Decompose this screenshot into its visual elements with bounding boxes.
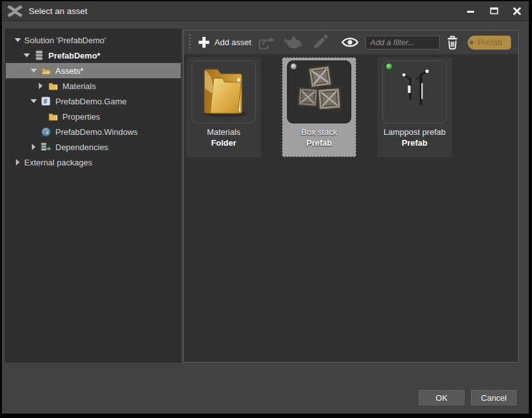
asset-browser-panel: Add asset [183,30,519,363]
ok-button-label: OK [436,393,448,403]
teapot-icon[interactable] [284,35,304,50]
expander-right-icon[interactable] [15,159,21,165]
filter-input[interactable] [365,36,440,50]
tree-item-properties[interactable]: Properties [6,109,181,124]
expander-right-icon[interactable] [38,83,44,89]
asset-name: Materials [207,127,241,137]
xenko-logo-icon [7,4,23,18]
tree-item-label: External packages [24,158,92,167]
box-stack-thumbnail-icon [292,65,347,120]
select-asset-dialog: Select an asset Solution 'PrefabDemo' [0,0,532,418]
tree-item-label: PrefabDemo.Windows [55,127,137,137]
tree-item-package-prefabdemo[interactable]: PrefabDemo* [6,48,181,63]
plus-icon [197,36,211,49]
asset-toolbar: Add asset [184,31,518,54]
expander-spacer [31,129,37,135]
maximize-icon[interactable] [487,4,501,18]
tree-item-prefabdemo-game[interactable]: # PrefabDemo.Game [6,94,181,109]
dialog-title: Select an asset [29,6,87,16]
asset-thumbnail [192,60,256,123]
asset-thumbnail [382,60,447,123]
tree-item-label: PrefabDemo.Game [55,97,127,106]
windows-project-icon [40,127,52,137]
tree-item-prefabdemo-windows[interactable]: PrefabDemo.Windows [6,124,181,139]
tree-item-label: Properties [62,112,100,122]
tree-item-label: Dependencies [55,143,108,152]
trash-icon[interactable] [446,35,459,50]
cancel-button[interactable]: Cancel [471,390,517,405]
pencil-icon[interactable] [311,34,328,51]
expander-down-icon[interactable] [24,52,30,59]
expander-down-icon[interactable] [31,98,37,104]
csharp-project-icon: # [40,96,52,106]
cancel-button-label: Cancel [481,393,507,403]
dependencies-icon [40,142,52,152]
tree-item-label: Materials [62,81,96,91]
asset-type: Prefab [306,138,332,148]
add-asset-button[interactable]: Add asset [195,34,254,50]
ok-button[interactable]: OK [419,390,465,405]
tree-item-label: Assets* [55,66,83,76]
solution-explorer-tree: Solution 'PrefabDemo' PrefabDemo* [5,29,181,363]
expander-spacer [38,113,44,120]
tree-item-solution[interactable]: Solution 'PrefabDemo' [6,32,181,48]
asset-name: Lamppost prefab [384,127,446,137]
titlebar[interactable]: Select an asset [2,1,529,21]
folder-icon [47,81,59,91]
status-dot-icon [386,64,392,69]
tree-item-label: Solution 'PrefabDemo' [24,36,106,45]
open-folder-icon [40,66,52,76]
toolbar-grip-handle[interactable] [189,34,191,51]
expander-down-icon[interactable] [15,37,21,43]
close-icon[interactable] [510,4,524,18]
import-icon[interactable] [258,34,276,51]
eye-icon[interactable] [341,36,359,48]
lamppost-thumbnail-icon [388,65,442,120]
tree-item-dependencies[interactable]: Dependencies [6,139,181,155]
asset-type: Folder [211,138,237,148]
status-dot-icon [291,64,297,69]
folder-thumbnail-icon [195,66,253,119]
expander-right-icon[interactable] [31,144,37,150]
svg-text:#: # [43,98,47,105]
asset-tile-lamppost[interactable]: Lamppost prefab Prefab [377,57,452,157]
asset-name: Box stack [301,127,337,137]
tree-item-assets[interactable]: Assets* [6,63,181,78]
tree-item-materials[interactable]: Materials [6,78,181,94]
add-asset-label: Add asset [214,38,251,47]
expander-down-icon[interactable] [31,67,37,74]
filter-tag-label: Prefab [478,38,502,47]
asset-tile-box-stack[interactable]: Box stack Prefab [282,57,356,157]
asset-thumbnail [287,60,351,123]
minimize-icon[interactable] [464,4,478,18]
tree-item-external-packages[interactable]: External packages [6,155,181,170]
package-icon [33,50,45,60]
tree-item-label: PrefabDemo* [48,51,101,60]
asset-grid: Materials Folder [184,54,518,362]
asset-tile-materials[interactable]: Materials Folder [186,57,261,157]
asset-type: Prefab [402,138,427,148]
folder-icon [47,111,59,122]
filter-tag-prefab[interactable]: Prefab [468,36,511,50]
